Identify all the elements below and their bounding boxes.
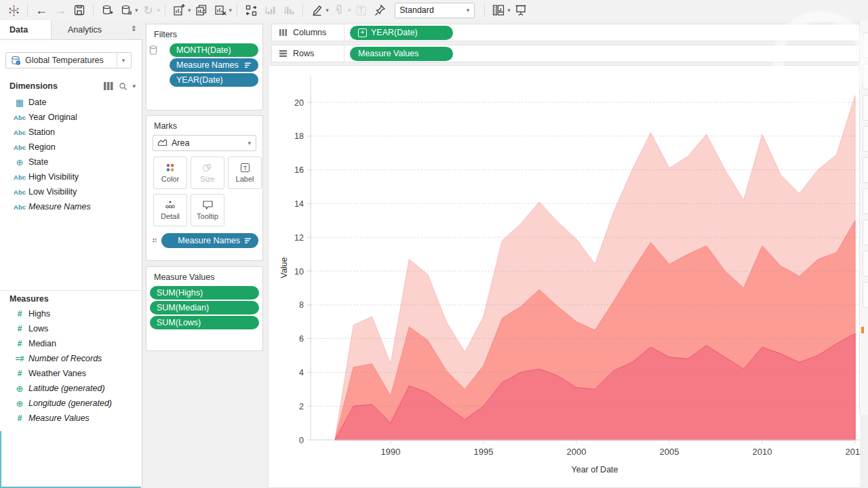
field-longitude-generated[interactable]: Longitude (generated) (0, 396, 141, 411)
mv-pill-sum-lows[interactable]: SUM(Lows) (150, 316, 259, 329)
find-field-icon[interactable] (119, 82, 127, 91)
show-me-thumb[interactable] (863, 95, 868, 121)
fit-selector[interactable]: Standard ▾ (395, 3, 475, 18)
field-measure-names[interactable]: Measure Names (0, 199, 141, 214)
swap-rows-columns-icon[interactable] (243, 1, 259, 19)
label-button[interactable]: T Label (228, 157, 262, 189)
mark-type-caret: ▾ (248, 140, 251, 146)
field-date[interactable]: Date (0, 95, 141, 110)
show-me-thumb[interactable] (863, 33, 868, 58)
field-region[interactable]: Region (0, 140, 141, 155)
show-me-icon[interactable] (490, 1, 507, 19)
filter-pill-year-date[interactable]: YEAR(Date) (170, 73, 258, 87)
tab-data[interactable]: Data (0, 20, 52, 39)
save-icon[interactable] (71, 1, 87, 19)
fit-selector-value: Standard (399, 5, 434, 15)
field-median[interactable]: Median (0, 336, 141, 351)
datasource-caret[interactable]: ▾ (117, 53, 131, 68)
group-members-caret[interactable]: ▾ (348, 7, 351, 14)
show-me-thumb[interactable] (863, 282, 868, 308)
add-datasource-icon[interactable] (99, 1, 115, 19)
undo-icon[interactable]: ← (33, 1, 50, 19)
svg-text:6: 6 (299, 334, 304, 344)
refresh-caret[interactable]: ▾ (157, 7, 161, 14)
color-dots-icon (165, 163, 176, 173)
clear-sheet-icon[interactable] (212, 1, 229, 19)
new-worksheet-caret[interactable]: ▾ (188, 7, 191, 14)
detail-button[interactable]: Detail (153, 194, 187, 226)
abc-icon (11, 128, 28, 136)
filter-pill-month-date[interactable]: MONTH(Date) (170, 43, 258, 57)
tooltip-button[interactable]: Tooltip (191, 194, 224, 226)
new-worksheet-icon[interactable] (171, 1, 187, 19)
redo-icon[interactable]: → (52, 1, 68, 19)
tableau-window: ← → ▾ ↻ ▾ ▾ (0, 0, 868, 488)
svg-text:2005: 2005 (660, 447, 679, 457)
tab-analytics[interactable]: Analytics (52, 20, 142, 39)
field-station[interactable]: Station (0, 125, 141, 140)
field-lows[interactable]: Lows (0, 321, 141, 336)
group-members-icon[interactable] (331, 1, 347, 19)
sort-descending-icon[interactable] (281, 1, 297, 19)
size-button[interactable]: Size (191, 157, 224, 189)
presentation-mode-icon[interactable] (513, 1, 529, 19)
field-highs[interactable]: Highs (0, 306, 141, 321)
svg-text:18: 18 (294, 131, 304, 141)
duplicate-sheet-icon[interactable] (193, 1, 210, 19)
svg-text:1995: 1995 (474, 447, 494, 457)
color-button[interactable]: Color (153, 157, 187, 189)
mark-type-dropdown[interactable]: Area ▾ (153, 135, 256, 151)
show-mark-labels-icon[interactable]: T (353, 1, 369, 19)
pane-accent-edge (0, 431, 1, 488)
mv-pill-sum-median[interactable]: SUM(Median) (150, 301, 259, 314)
fix-axes-icon[interactable] (372, 1, 388, 19)
show-me-thumb[interactable] (863, 251, 868, 277)
marks-pill-measure-names[interactable]: Measure Names (161, 233, 258, 248)
sort-icon (240, 62, 252, 68)
pause-updates-caret[interactable]: ▾ (135, 7, 138, 14)
rows-shelf[interactable]: Rows Measure Values (271, 45, 860, 62)
clear-sheet-caret[interactable]: ▾ (229, 7, 233, 14)
show-me-caret[interactable]: ▾ (507, 7, 511, 14)
field-latitude-generated[interactable]: Latitude (generated) (0, 381, 141, 396)
view-data-grid-icon[interactable] (104, 82, 113, 90)
show-me-thumb[interactable] (863, 220, 868, 245)
field-state[interactable]: State (0, 155, 141, 169)
dimensions-menu-caret[interactable]: ▾ (132, 83, 136, 89)
svg-text:1990: 1990 (381, 447, 401, 457)
svg-text:Year of Date: Year of Date (571, 465, 618, 474)
tableau-logo-icon[interactable] (5, 1, 22, 19)
expand-plus-icon[interactable]: + (358, 28, 367, 37)
area-chart[interactable]: 0246810121416182019901995200020052010201… (269, 66, 861, 488)
toolbar-separator (93, 3, 94, 17)
field-low-visibility[interactable]: Low Visibility (0, 184, 141, 199)
pause-updates-icon[interactable] (118, 1, 134, 19)
sort-ascending-icon[interactable] (262, 1, 278, 19)
pane-divider (0, 290, 142, 291)
field-year-original[interactable]: Year Original (0, 110, 141, 125)
refresh-datasource-icon[interactable]: ↻ (140, 1, 157, 19)
datasource-selector[interactable]: Global Temperatures ▾ (5, 52, 132, 68)
field-weather-vanes[interactable]: Weather Vanes (0, 366, 141, 381)
field-number-of-records[interactable]: Number of Records (0, 351, 141, 366)
svg-text:Value: Value (279, 257, 289, 278)
show-me-thumb[interactable] (863, 188, 868, 214)
show-me-strip[interactable] (859, 20, 868, 415)
show-me-thumb[interactable] (863, 126, 868, 152)
field-high-visibility[interactable]: High Visibility (0, 169, 141, 184)
globe-icon (11, 157, 28, 167)
columns-pill-year-date[interactable]: + YEAR(Date) (350, 26, 453, 40)
highlight-icon[interactable] (309, 1, 325, 19)
svg-text:16: 16 (294, 165, 304, 175)
show-me-thumb[interactable] (863, 157, 868, 183)
show-me-thumb[interactable] (863, 64, 868, 89)
measures-header-row: Measures (0, 291, 142, 306)
mv-pill-sum-highs[interactable]: SUM(Highs) (150, 286, 259, 300)
highlight-caret[interactable]: ▾ (326, 7, 329, 14)
field-measure-values[interactable]: Measure Values (0, 411, 141, 426)
pane-resize-icon[interactable]: ⇕ (131, 24, 137, 33)
rows-pill-measure-values[interactable]: Measure Values (350, 47, 453, 61)
filter-pill-measure-names[interactable]: Measure Names (170, 58, 258, 72)
data-pane: Data Analytics ⇕ Global Temperatures ▾ D… (0, 20, 142, 488)
columns-shelf[interactable]: Columns + YEAR(Date) (271, 24, 860, 41)
